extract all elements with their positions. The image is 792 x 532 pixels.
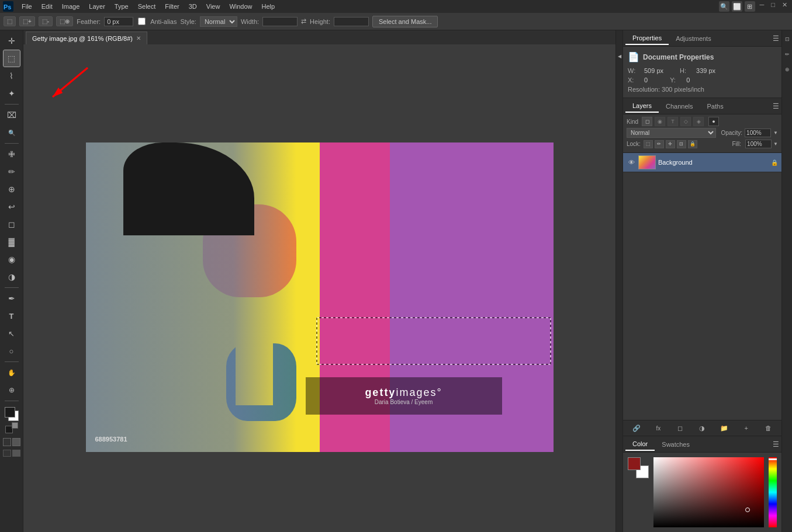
tab-properties[interactable]: Properties bbox=[625, 32, 669, 45]
quick-mask-btn[interactable] bbox=[3, 438, 11, 446]
foreground-color-swatch[interactable] bbox=[5, 407, 15, 418]
anti-alias-checkbox[interactable] bbox=[138, 18, 146, 25]
tab-channels[interactable]: Channels bbox=[659, 100, 700, 112]
magic-wand-tool[interactable]: ✦ bbox=[4, 85, 20, 102]
lock-all-btn[interactable]: 🔒 bbox=[688, 140, 697, 148]
sidebar-btn-3[interactable]: ⊕ bbox=[783, 63, 792, 76]
document-tab[interactable]: Getty image.jpg @ 161% (RGB/8#) ✕ bbox=[26, 32, 147, 44]
color-swatch-area[interactable] bbox=[4, 406, 20, 422]
gradient-tool[interactable]: ▓ bbox=[4, 234, 20, 250]
dodge-tool[interactable]: ◑ bbox=[4, 269, 20, 285]
menu-view[interactable]: View bbox=[202, 2, 224, 11]
clone-stamp-tool[interactable]: ⊕ bbox=[4, 181, 20, 197]
menu-help[interactable]: Help bbox=[258, 2, 279, 11]
tab-close-btn[interactable]: ✕ bbox=[136, 35, 141, 41]
crop-tool[interactable]: ⌧ bbox=[4, 107, 20, 123]
height-input[interactable] bbox=[334, 17, 369, 26]
opacity-input[interactable] bbox=[745, 128, 771, 137]
select-mask-button[interactable]: Select and Mask... bbox=[372, 16, 438, 27]
layers-panel-menu-btn[interactable]: ☰ bbox=[773, 102, 779, 110]
edit-mask-btn[interactable] bbox=[12, 438, 20, 446]
text-tool[interactable]: T bbox=[4, 308, 20, 324]
tab-adjustments[interactable]: Adjustments bbox=[669, 33, 718, 44]
subtract-selection-btn[interactable]: ⬚- bbox=[39, 16, 53, 26]
delete-layer-btn[interactable]: 🗑 bbox=[762, 423, 774, 433]
tab-layers[interactable]: Layers bbox=[625, 100, 659, 113]
tab-color[interactable]: Color bbox=[625, 438, 655, 451]
new-layer-mask-btn[interactable]: ◻ bbox=[675, 423, 686, 433]
screen-mode-btn[interactable] bbox=[3, 450, 11, 457]
menu-select[interactable]: Select bbox=[134, 2, 160, 11]
fx-btn[interactable]: fx bbox=[652, 423, 664, 433]
lock-paint-btn[interactable]: ✏ bbox=[655, 140, 664, 148]
path-select-tool[interactable]: ↖ bbox=[4, 325, 20, 342]
properties-panel-menu-btn[interactable]: ☰ bbox=[773, 34, 779, 43]
layer-visibility-toggle[interactable]: 👁 bbox=[627, 158, 636, 167]
search-btn[interactable]: 🔍 bbox=[719, 1, 729, 12]
tab-paths[interactable]: Paths bbox=[700, 100, 731, 112]
color-hue-slider[interactable] bbox=[769, 457, 777, 527]
text-filter-icon[interactable]: T bbox=[668, 117, 678, 126]
feather-input[interactable] bbox=[104, 17, 133, 26]
history-brush-tool[interactable]: ↩ bbox=[4, 199, 20, 215]
smart-filter-icon[interactable]: ◈ bbox=[693, 117, 704, 126]
fill-arrow[interactable]: ▼ bbox=[773, 141, 778, 147]
arrange-btn[interactable]: ⊞ bbox=[745, 1, 755, 12]
menu-filter[interactable]: Filter bbox=[161, 2, 183, 11]
maximize-btn[interactable]: □ bbox=[769, 1, 777, 12]
color-gradient-picker[interactable] bbox=[653, 457, 764, 527]
new-layer-btn[interactable]: + bbox=[741, 423, 752, 433]
width-input[interactable] bbox=[262, 17, 298, 26]
shape-filter-icon[interactable]: ◇ bbox=[680, 117, 691, 126]
blend-mode-select[interactable]: Normal bbox=[627, 128, 716, 138]
new-selection-btn[interactable]: ⬚ bbox=[4, 16, 16, 26]
ellipse-tool[interactable]: ○ bbox=[4, 343, 20, 359]
close-btn[interactable]: ✕ bbox=[780, 1, 790, 12]
canvas-scroll[interactable]: gettyimages° Daria Botieva / Eyeem 68895… bbox=[23, 44, 615, 532]
menu-type[interactable]: Type bbox=[110, 2, 133, 11]
menu-window[interactable]: Window bbox=[225, 2, 256, 11]
menu-image[interactable]: Image bbox=[58, 2, 84, 11]
menu-layer[interactable]: Layer bbox=[85, 2, 109, 11]
swap-colors-btn[interactable] bbox=[12, 422, 18, 429]
fg-bg-swatches[interactable] bbox=[628, 457, 649, 478]
fill-input[interactable] bbox=[745, 140, 772, 148]
add-selection-btn[interactable]: ⬚+ bbox=[19, 16, 35, 26]
style-select[interactable]: Normal bbox=[200, 16, 237, 27]
pen-tool[interactable]: ✒ bbox=[4, 290, 20, 307]
pixel-filter-icon[interactable]: ◻ bbox=[642, 117, 652, 126]
lock-transform-btn[interactable]: ✛ bbox=[666, 140, 675, 148]
sidebar-btn-1[interactable]: ⊡ bbox=[783, 33, 792, 46]
lock-artboard-btn[interactable]: ⊡ bbox=[677, 140, 686, 148]
collapse-right-panel-btn[interactable]: ◀ bbox=[618, 54, 621, 59]
minimize-btn[interactable]: ─ bbox=[758, 1, 767, 12]
tab-swatches[interactable]: Swatches bbox=[655, 439, 697, 450]
zoom-tool[interactable]: ⊕ bbox=[4, 382, 20, 398]
background-layer[interactable]: 👁 Background 🔒 bbox=[623, 153, 781, 172]
fx-filter-icon[interactable]: ◉ bbox=[655, 117, 665, 126]
link-layers-btn[interactable]: 🔗 bbox=[631, 423, 642, 433]
new-group-btn[interactable]: 📁 bbox=[718, 423, 730, 433]
rectangular-marquee-tool[interactable]: ⬚ bbox=[4, 50, 20, 67]
menu-edit[interactable]: Edit bbox=[37, 2, 57, 11]
lasso-tool[interactable]: ⌇ bbox=[4, 68, 20, 84]
move-tool[interactable]: ✛ bbox=[4, 33, 20, 49]
fg-color-swatch[interactable] bbox=[628, 457, 641, 470]
menu-3d[interactable]: 3D bbox=[185, 2, 201, 11]
color-panel-menu-btn[interactable]: ☰ bbox=[773, 440, 779, 448]
workspace-btn[interactable]: ⬜ bbox=[732, 1, 742, 12]
eraser-tool[interactable]: ◻ bbox=[4, 216, 20, 232]
new-fill-layer-btn[interactable]: ◑ bbox=[696, 423, 708, 433]
toggle-filter-icon[interactable]: ● bbox=[708, 117, 719, 126]
menu-file[interactable]: File bbox=[18, 2, 36, 11]
hand-tool[interactable]: ✋ bbox=[4, 364, 20, 381]
eyedropper-tool[interactable]: 🔍 bbox=[4, 124, 20, 141]
opacity-arrow[interactable]: ▼ bbox=[773, 130, 778, 135]
sidebar-btn-2[interactable]: ✏ bbox=[783, 48, 792, 61]
blur-tool[interactable]: ◉ bbox=[4, 251, 20, 267]
healing-brush-tool[interactable]: ✙ bbox=[4, 146, 20, 162]
lock-pixels-btn[interactable]: ⬚ bbox=[644, 140, 653, 148]
swap-dimensions-icon[interactable]: ⇄ bbox=[301, 18, 306, 25]
fullscreen-btn[interactable] bbox=[12, 450, 20, 457]
brush-tool[interactable]: ✏ bbox=[4, 164, 20, 180]
